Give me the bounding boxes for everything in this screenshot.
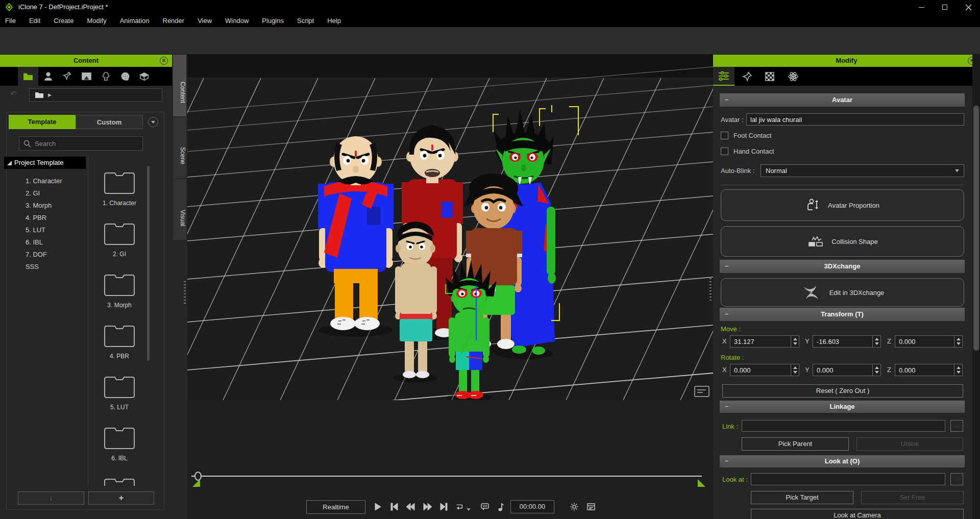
tree-item-character[interactable]: 1. Character (26, 175, 62, 187)
add-content-button[interactable]: + (88, 491, 154, 505)
look-at-camera-button[interactable]: Look at Camera (751, 509, 964, 519)
menu-edit[interactable]: Edit (29, 17, 40, 24)
tree-item-project-template[interactable]: Project Template (4, 157, 86, 169)
modify-tab-material[interactable] (764, 71, 775, 82)
category-tab-scene[interactable] (81, 71, 92, 82)
caption-button[interactable] (478, 500, 492, 513)
previous-frame-button[interactable] (404, 500, 417, 513)
side-tab-scene[interactable]: Scene (173, 117, 186, 178)
scene-note-icon[interactable] (694, 386, 709, 397)
pick-parent-button[interactable]: Pick Parent (742, 437, 849, 451)
search-input[interactable] (35, 140, 127, 147)
rotate-z-field[interactable] (895, 364, 963, 376)
tree-item-pbr[interactable]: 4. PBR (26, 212, 46, 224)
minimize-button[interactable] (910, 0, 933, 14)
tree-item-gi[interactable]: 2. GI (26, 187, 40, 200)
category-tab-folder[interactable] (18, 67, 38, 86)
spinner[interactable] (954, 335, 963, 348)
section-header-3dxchange[interactable]: − 3DXchange (720, 260, 965, 273)
modify-tab-physics[interactable] (788, 71, 799, 82)
thumbnail-folder-morph[interactable] (104, 273, 135, 296)
menu-window[interactable]: Window (225, 17, 249, 24)
spinner[interactable] (791, 364, 799, 376)
category-tab-props[interactable] (139, 71, 150, 82)
menu-modify[interactable]: Modify (87, 17, 106, 24)
close-button[interactable] (957, 0, 980, 14)
menu-file[interactable]: File (5, 17, 16, 24)
menu-help[interactable]: Help (327, 17, 341, 24)
tab-template[interactable]: Template (9, 115, 76, 129)
next-frame-button[interactable] (421, 500, 434, 513)
move-y-field[interactable] (813, 335, 881, 348)
edit-in-3dxchange-button[interactable]: Edit in 3DXchange (721, 278, 964, 307)
collision-shape-button[interactable]: Collision Shape (721, 226, 964, 257)
look-at-field[interactable] (751, 473, 945, 485)
spinner[interactable] (872, 364, 881, 376)
maximize-button[interactable] (933, 0, 957, 14)
move-x-field[interactable] (730, 335, 799, 348)
section-header-avatar[interactable]: − Avatar (720, 93, 965, 107)
content-close-icon[interactable]: ✕ (160, 57, 168, 65)
pick-target-button[interactable]: Pick Target (751, 491, 853, 504)
collapse-panel-icon[interactable] (148, 117, 158, 127)
move-to-custom-button[interactable]: ↓ (18, 491, 84, 505)
avatar-name-field[interactable] (746, 113, 964, 126)
viewport-canvas[interactable] (187, 55, 713, 400)
render-settings-button[interactable] (584, 500, 598, 513)
thumbnail-folder-dof[interactable] (104, 477, 135, 486)
collapse-icon[interactable]: − (725, 93, 729, 107)
folder-breadcrumb[interactable]: ▶ (29, 88, 162, 102)
category-tab-actor[interactable] (43, 71, 54, 82)
look-at-browse-button[interactable]: . . . (950, 473, 963, 485)
rotate-y-field[interactable] (813, 364, 881, 376)
hand-contact-checkbox[interactable] (721, 147, 728, 155)
menu-create[interactable]: Create (54, 17, 74, 24)
section-header-transform[interactable]: − Transform (T) (720, 308, 965, 321)
modify-tab-pin[interactable] (742, 71, 753, 82)
auto-blink-dropdown[interactable]: Normal (761, 164, 964, 177)
tree-item-lut[interactable]: 5. LUT (26, 224, 45, 236)
thumbnail-folder-lut[interactable] (104, 375, 135, 399)
section-header-look-at[interactable]: − Look at (O) (720, 455, 965, 467)
menu-script[interactable]: Script (297, 17, 314, 24)
reset-zero-out-button[interactable]: Reset ( Zero Out ) (722, 384, 963, 398)
rotate-x-field[interactable] (730, 364, 799, 376)
collapse-icon[interactable]: − (725, 308, 729, 321)
folder-back-icon[interactable]: ↶ (10, 89, 17, 98)
loop-button[interactable] (453, 500, 466, 513)
set-free-button[interactable]: Set Free (861, 491, 964, 504)
category-tab-animation[interactable] (62, 71, 73, 82)
category-tab-tree[interactable] (101, 71, 111, 82)
avatar-proportion-button[interactable]: Avatar Proportion (721, 189, 964, 221)
modify-scrollbar[interactable] (972, 55, 980, 519)
thumbnail-folder-gi[interactable] (104, 222, 135, 245)
thumbnail-folder-character[interactable] (104, 171, 135, 194)
link-browse-button[interactable]: . . . (950, 420, 963, 432)
menu-animation[interactable]: Animation (120, 17, 150, 24)
collapse-icon[interactable]: − (725, 455, 729, 467)
panel-resize-handle[interactable] (184, 281, 186, 305)
side-tab-content[interactable]: Content (173, 55, 186, 116)
range-end-marker[interactable] (698, 479, 705, 487)
thumbnail-folder-pbr[interactable] (104, 324, 135, 348)
tree-item-morph[interactable]: 3. Morph (26, 200, 52, 212)
category-tab-media[interactable] (120, 71, 131, 82)
play-button[interactable] (371, 500, 384, 513)
timeline-track[interactable] (191, 476, 702, 477)
tree-expand-icon[interactable] (7, 161, 12, 165)
brightness-button[interactable] (568, 500, 581, 513)
realtime-button[interactable]: Realtime (306, 500, 365, 514)
unlink-button[interactable]: Unlink (856, 437, 963, 451)
range-start-marker[interactable] (192, 479, 200, 487)
thumbnail-scrollbar[interactable] (147, 166, 150, 361)
collapse-icon[interactable]: − (725, 260, 729, 273)
link-field[interactable] (742, 420, 945, 432)
panel-resize-handle[interactable] (709, 278, 712, 302)
thumbnail-folder-ibl[interactable] (104, 426, 135, 450)
spinner[interactable] (791, 335, 799, 348)
tab-custom[interactable]: Custom (76, 115, 143, 129)
tree-item-sss[interactable]: SSS (26, 261, 39, 273)
menu-render[interactable]: Render (163, 17, 185, 24)
modify-tab-parameters[interactable] (713, 67, 734, 86)
tree-item-dof[interactable]: 7. DOF (26, 249, 47, 261)
